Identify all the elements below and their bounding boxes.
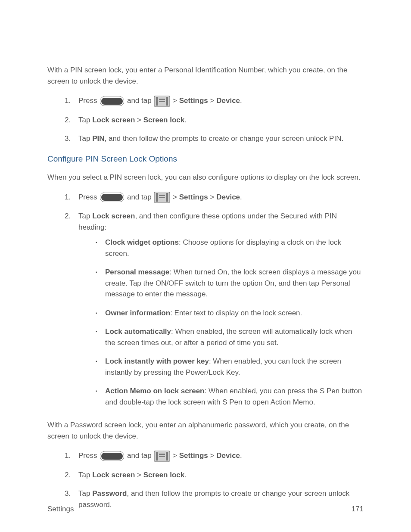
pin-options-steps: Press and tap > Settings > — [47, 192, 364, 408]
svg-rect-3 — [156, 97, 158, 106]
pin-step3-prefix: Tap — [78, 134, 92, 143]
pin-options-heading: Configure PIN Screen Lock Options — [47, 153, 364, 165]
bullet-personal-message: Personal message: When turned On, the lo… — [96, 267, 364, 300]
svg-rect-17 — [156, 452, 158, 460]
step1-device-bold: Device — [216, 96, 240, 105]
pw-step1-sep1: > — [173, 451, 179, 460]
opt-step1-settings: Settings — [179, 193, 208, 201]
step1-mid: and tap — [127, 96, 153, 105]
opt-step2-prefix: Tap — [78, 212, 92, 220]
svg-rect-13 — [159, 197, 165, 198]
pin-step2-sep: > — [137, 116, 143, 124]
opt-step1-suffix: . — [240, 193, 242, 201]
svg-rect-1 — [101, 98, 123, 105]
svg-rect-6 — [159, 101, 165, 102]
pw-step3-prefix: Tap — [78, 489, 92, 498]
bullet-bold: Lock automatically — [105, 327, 171, 336]
svg-rect-5 — [159, 99, 165, 100]
pw-step2-suffix: . — [184, 471, 187, 479]
bullet-bold: Action Memo on lock screen — [105, 387, 205, 395]
opt-step1-device: Device — [216, 193, 240, 201]
pw-step2-bold2: Screen lock — [143, 471, 184, 479]
step1-sep2: > — [210, 96, 217, 105]
pin-step-2: Tap Lock screen > Screen lock. — [78, 115, 364, 126]
svg-rect-4 — [166, 97, 168, 106]
bullet-text: : Enter text to display on the lock scre… — [170, 309, 302, 317]
svg-rect-19 — [159, 454, 165, 455]
bullet-lock-instant: Lock instantly with power key: When enab… — [96, 356, 364, 378]
pin-options-step-1: Press and tap > Settings > — [78, 192, 364, 203]
menu-button-icon — [154, 451, 170, 462]
svg-rect-8 — [101, 194, 123, 201]
footer-section-title: Settings — [47, 504, 74, 515]
home-button-icon — [100, 96, 124, 106]
svg-rect-11 — [166, 193, 168, 202]
opt-step2-bold: Lock screen — [92, 212, 135, 220]
pin-step2-bold1: Lock screen — [92, 116, 135, 124]
bullet-lock-auto: Lock automatically: When enabled, the sc… — [96, 326, 364, 348]
opt-step1-mid: and tap — [127, 193, 153, 201]
opt-step1-sep2: > — [210, 193, 217, 201]
pin-step3-bold: PIN — [92, 134, 104, 143]
pw-step1-device: Device — [216, 451, 240, 460]
home-button-icon — [100, 451, 124, 461]
password-step-2: Tap Lock screen > Screen lock. — [78, 470, 364, 481]
opt-step1-sep1: > — [173, 193, 179, 201]
pw-step2-sep: > — [137, 471, 143, 479]
pin-steps: Press and tap > Settings > — [47, 95, 364, 144]
pw-step1-mid: and tap — [127, 451, 153, 460]
pw-step1-sep2: > — [210, 451, 217, 460]
opt-step1-prefix: Press — [78, 193, 99, 201]
password-intro-text: With a Password screen lock, you enter a… — [47, 420, 364, 442]
pin-step2-prefix: Tap — [78, 116, 92, 124]
pin-options-step-2: Tap Lock screen, and then configure thes… — [78, 211, 364, 408]
pw-step3-bold: Password — [92, 489, 127, 498]
pin-step-3: Tap PIN, and then follow the prompts to … — [78, 133, 364, 144]
menu-button-icon — [154, 192, 170, 203]
step1-settings-bold: Settings — [179, 96, 208, 105]
pin-intro-text: With a PIN screen lock, you enter a Pers… — [47, 65, 364, 87]
step1-sep1: > — [173, 96, 179, 105]
step1-suffix: . — [240, 96, 242, 105]
bullet-bold: Owner information — [105, 309, 170, 317]
svg-rect-15 — [101, 453, 123, 460]
pw-step2-prefix: Tap — [78, 471, 92, 479]
bullet-bold: Lock instantly with power key — [105, 357, 209, 365]
home-button-icon — [100, 193, 124, 202]
password-step-1: Press and tap > Settings > — [78, 450, 364, 462]
pin-step2-suffix: . — [184, 116, 187, 124]
svg-rect-18 — [166, 452, 168, 460]
pin-step2-bold2: Screen lock — [143, 116, 184, 124]
bullet-bold: Clock widget options — [105, 238, 179, 246]
pin-options-bullets: Clock widget options: Choose options for… — [78, 237, 364, 408]
step1-prefix: Press — [78, 96, 99, 105]
bullet-clock-widget: Clock widget options: Choose options for… — [96, 237, 364, 259]
svg-rect-10 — [156, 193, 158, 202]
pw-step2-bold1: Lock screen — [92, 471, 135, 479]
password-steps: Press and tap > Settings > — [47, 450, 364, 510]
pw-step1-settings: Settings — [179, 451, 208, 460]
footer-page-number: 171 — [352, 504, 364, 515]
bullet-action-memo: Action Memo on lock screen: When enabled… — [96, 386, 364, 408]
bullet-owner-info: Owner information: Enter text to display… — [96, 308, 364, 319]
pin-step-1: Press and tap > Settings > — [78, 95, 364, 107]
svg-rect-12 — [159, 195, 165, 196]
svg-rect-20 — [159, 456, 165, 457]
menu-button-icon — [154, 96, 170, 107]
pin-options-intro: When you select a PIN screen lock, you c… — [47, 172, 364, 183]
bullet-bold: Personal message — [105, 268, 169, 276]
pw-step1-prefix: Press — [78, 451, 99, 460]
pw-step1-suffix: . — [240, 451, 242, 460]
pin-step3-suffix: , and then follow the prompts to create … — [104, 134, 343, 143]
